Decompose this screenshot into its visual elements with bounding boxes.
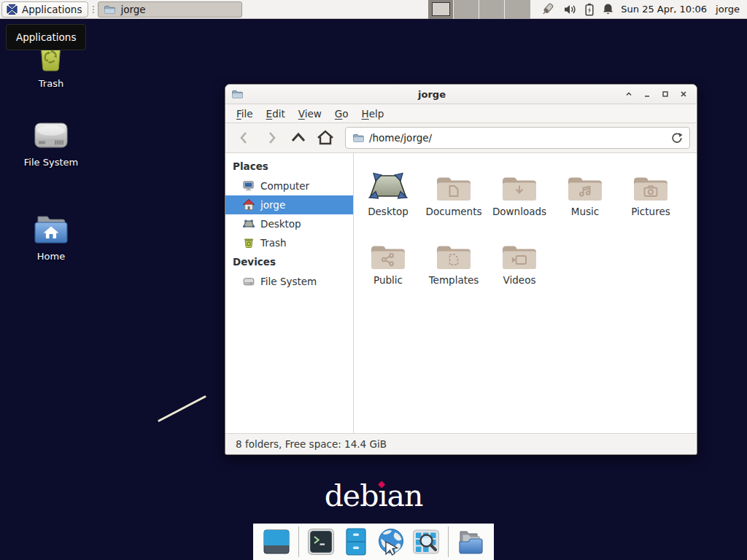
home-icon: [243, 199, 255, 211]
desktop-special-icon: [368, 163, 408, 201]
maximize-button[interactable]: [657, 87, 673, 102]
reload-icon[interactable]: [670, 132, 683, 144]
up-button[interactable]: [286, 127, 311, 149]
sidebar-item-label: jorge: [260, 199, 285, 211]
workspace-3[interactable]: [479, 0, 505, 19]
menu-go[interactable]: Go: [328, 106, 355, 122]
taskbar-window-label: jorge: [120, 4, 145, 15]
shade-button[interactable]: [621, 87, 636, 102]
file-item-label: Music: [571, 206, 599, 217]
documents-folder-icon: [436, 163, 471, 201]
window-title: jorge: [243, 89, 621, 100]
applications-menu-button[interactable]: Applications: [1, 1, 88, 18]
sidebar-devices-header: Devices: [225, 252, 353, 272]
dock-separator: [448, 526, 449, 557]
path-folder-icon: [352, 132, 364, 144]
taskbar-window-button[interactable]: jorge: [98, 1, 242, 18]
application-finder-launcher[interactable]: [411, 527, 441, 556]
sidebar-places-header: Places: [225, 157, 353, 176]
drive-mini-icon: [243, 276, 255, 287]
sidebar-item-file-system[interactable]: File System: [225, 272, 353, 291]
path-text[interactable]: /home/jorge/: [369, 132, 665, 144]
home-button[interactable]: [313, 127, 338, 149]
system-tray: [539, 2, 614, 17]
desktop-icon-label: Home: [37, 251, 65, 262]
window-folder-icon: [231, 88, 243, 100]
workspace-pager[interactable]: [428, 0, 530, 19]
pictures-folder-icon: [633, 163, 668, 201]
file-item-label: Downloads: [492, 206, 546, 217]
file-item-public[interactable]: Public: [355, 232, 421, 286]
videos-folder-icon: [502, 232, 537, 270]
stylus-icon[interactable]: [539, 2, 555, 17]
file-item-documents[interactable]: Documents: [421, 163, 487, 217]
sidebar: Places Computer: [225, 153, 354, 433]
debian-logo: debıan: [325, 481, 423, 511]
sidebar-item-label: Computer: [260, 180, 309, 192]
trash-mini-icon: [243, 237, 255, 249]
close-button[interactable]: [676, 87, 691, 102]
toolbar: /home/jorge/: [225, 123, 697, 153]
file-list[interactable]: Desktop Documents Downloads Music Pictur…: [354, 153, 697, 433]
file-item-label: Videos: [503, 274, 536, 286]
desktop-icon-file-system[interactable]: File System: [13, 121, 89, 168]
file-item-templates[interactable]: Templates: [421, 232, 487, 286]
desktop-icon-home[interactable]: Home: [13, 212, 89, 262]
sidebar-item-jorge[interactable]: jorge: [225, 195, 353, 214]
debian-logo-text: an: [387, 478, 423, 513]
sidebar-item-trash[interactable]: Trash: [225, 233, 353, 252]
panel-user-label[interactable]: jorge: [716, 4, 740, 15]
desktop-stray-line: [152, 391, 213, 427]
sidebar-item-label: Trash: [260, 237, 287, 249]
applications-tooltip-text: Applications: [16, 31, 76, 43]
sidebar-item-label: Desktop: [260, 218, 301, 230]
titlebar[interactable]: jorge: [225, 85, 697, 104]
debian-logo-i: ı: [378, 481, 387, 511]
file-item-videos[interactable]: Videos: [487, 232, 552, 286]
file-item-label: Pictures: [631, 206, 670, 217]
panel-handle[interactable]: [90, 2, 96, 17]
statusbar-text: 8 folders, Free space: 14.4 GiB: [236, 438, 387, 450]
terminal-launcher[interactable]: [306, 527, 336, 556]
hard-drive-icon: [33, 121, 69, 152]
window-folder-icon: [104, 4, 115, 15]
dock-separator: [298, 526, 299, 557]
forward-button[interactable]: [259, 127, 284, 149]
menu-help[interactable]: Help: [355, 106, 391, 122]
web-browser-launcher[interactable]: [376, 527, 406, 556]
pager-window-preview: [432, 2, 450, 16]
sidebar-item-desktop[interactable]: Desktop: [225, 214, 353, 233]
file-item-label: Templates: [429, 274, 479, 286]
file-item-desktop[interactable]: Desktop: [355, 163, 421, 217]
desktop-icon-label: File System: [24, 157, 78, 168]
volume-icon[interactable]: [563, 4, 576, 15]
menu-file[interactable]: File: [230, 106, 260, 122]
xfce-menu-icon: [6, 4, 18, 15]
statusbar: 8 folders, Free space: 14.4 GiB: [225, 433, 697, 454]
notifications-bell-icon[interactable]: [603, 3, 614, 15]
battery-charging-icon[interactable]: [584, 3, 595, 16]
back-button[interactable]: [232, 127, 257, 149]
file-manager-window: jorge File Edit View Go Help: [225, 84, 697, 455]
show-desktop-button[interactable]: [262, 527, 291, 556]
minimize-button[interactable]: [639, 87, 654, 102]
menu-view[interactable]: View: [292, 106, 328, 122]
panel-clock[interactable]: Sun 25 Apr, 10:06: [621, 4, 707, 15]
menubar: File Edit View Go Help: [225, 104, 697, 123]
applications-tooltip: Applications: [6, 24, 86, 50]
file-item-label: Desktop: [368, 206, 409, 217]
sidebar-item-computer[interactable]: Computer: [225, 176, 353, 195]
desktop-icon-label: Trash: [39, 78, 63, 89]
file-item-music[interactable]: Music: [552, 163, 618, 217]
workspace-1[interactable]: [428, 0, 454, 19]
file-item-pictures[interactable]: Pictures: [618, 163, 684, 217]
file-cabinet-launcher[interactable]: [341, 527, 371, 556]
home-folder-icon: [32, 212, 70, 246]
file-item-downloads[interactable]: Downloads: [487, 163, 552, 217]
menu-edit[interactable]: Edit: [260, 106, 292, 122]
path-entry[interactable]: /home/jorge/: [345, 127, 690, 149]
home-folder-launcher[interactable]: [456, 527, 485, 556]
workspace-4[interactable]: [505, 0, 530, 19]
applications-menu-label: Applications: [22, 4, 82, 15]
workspace-2[interactable]: [454, 0, 479, 19]
